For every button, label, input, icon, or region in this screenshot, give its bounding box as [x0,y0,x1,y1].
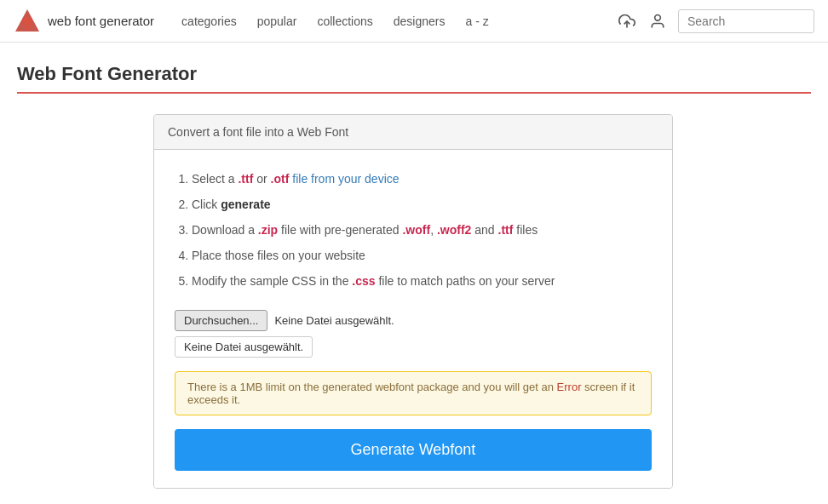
upload-icon[interactable] [617,11,637,32]
generator-card: Convert a font file into a Web Font Sele… [153,114,673,489]
step-5: Modify the sample CSS in the .css file t… [192,269,652,293]
file-input-row: Durchsuchen... Keine Datei ausgewählt. [175,310,394,331]
step-2: Click generate [192,192,652,216]
nav-designers[interactable]: designers [394,14,446,28]
step-3: Download a .zip file with pre-generated … [192,218,652,242]
step1-code1: .ttf [238,172,253,186]
card-body: Select a .ttf or .otf file from your dev… [154,150,672,488]
header-icons [617,11,668,32]
page-title: Web Font Generator [17,63,811,94]
step3-code2: .woff [402,223,430,237]
step1-code2: .otf [271,172,290,186]
logo-icon [14,8,41,35]
file-no-selection: Keine Datei ausgewählt. [274,314,394,327]
browse-button[interactable]: Durchsuchen... [175,310,267,331]
step3-code1: .zip [258,223,278,237]
warning-error-word: Error [557,381,582,393]
card-header: Convert a font file into a Web Font [154,115,672,150]
nav-collections[interactable]: collections [317,14,372,28]
step1-link[interactable]: file from your device [292,172,399,186]
steps-list: Select a .ttf or .otf file from your dev… [175,167,652,293]
generate-button[interactable]: Generate Webfont [175,429,652,471]
logo-text: web font generator [48,14,154,28]
step5-code1: .css [352,274,375,288]
step-1: Select a .ttf or .otf file from your dev… [192,167,652,191]
file-tooltip: Keine Datei ausgewählt. [175,336,313,358]
logo[interactable]: web font generator [14,8,154,35]
account-icon[interactable] [647,11,668,32]
step3-code4: .ttf [498,223,514,237]
step3-code3: .woff2 [437,223,471,237]
svg-point-3 [655,14,661,20]
search-input[interactable] [678,9,814,33]
nav-categories[interactable]: categories [181,14,237,28]
file-section: Durchsuchen... Keine Datei ausgewählt. K… [175,310,652,358]
warning-box: There is a 1MB limit on the generated we… [175,371,652,415]
warning-text-before: There is a 1MB limit on the generated we… [187,381,557,393]
main-nav: categories popular collections designers… [181,14,617,28]
step2-bold: generate [221,198,270,211]
step-4: Place those files on your website [192,243,652,267]
nav-az[interactable]: a - z [465,14,488,28]
nav-popular[interactable]: popular [257,14,297,28]
